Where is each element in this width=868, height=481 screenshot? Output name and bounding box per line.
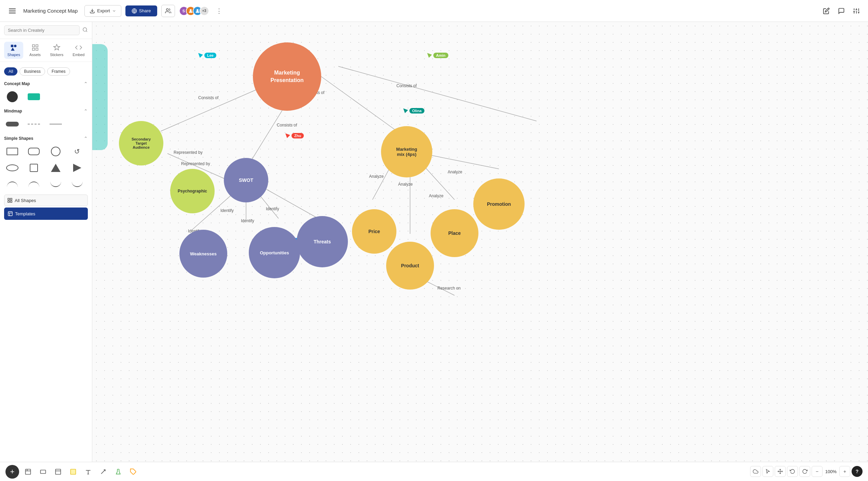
svg-point-4: [190, 9, 192, 11]
help-button[interactable]: ?: [852, 466, 863, 477]
svg-rect-21: [36, 45, 38, 47]
add-button[interactable]: +: [5, 465, 19, 479]
comment-icon-button[interactable]: [835, 5, 847, 17]
more-options-button[interactable]: ⋮: [213, 4, 225, 17]
node-price[interactable]: Price: [352, 209, 396, 254]
cursor-olina: Olina: [403, 108, 424, 113]
flask-tool[interactable]: [112, 466, 124, 478]
search-input[interactable]: [4, 25, 80, 35]
edge-label-identify-1: Identify: [220, 208, 234, 213]
zoom-out-button[interactable]: −: [812, 466, 823, 477]
note-tool[interactable]: [67, 466, 79, 478]
cursor-name-lee: Lee: [204, 53, 216, 58]
panel-tabs: Shapes Assets Stickers Embed: [0, 39, 92, 62]
cursor-zhu: Zhu: [285, 133, 304, 138]
cursor-icon: [765, 469, 771, 474]
export-button[interactable]: Export: [84, 5, 121, 17]
shape-undo[interactable]: ↺: [69, 145, 85, 158]
tag-tool[interactable]: [127, 466, 139, 478]
settings-icon-button[interactable]: [850, 5, 863, 17]
undo-icon: [790, 469, 795, 474]
shape-line-solid[interactable]: [48, 117, 64, 131]
node-swot[interactable]: SWOT: [224, 158, 268, 202]
shape-triangle[interactable]: [48, 161, 64, 175]
toggle-concept-map[interactable]: ⌃: [84, 81, 88, 86]
templates-button[interactable]: Templates: [4, 208, 88, 220]
shape-circle-filled[interactable]: [4, 90, 21, 104]
svg-line-60: [101, 470, 105, 474]
all-shapes-button[interactable]: All Shapes: [4, 195, 88, 206]
edge-label-analyze-1: Analyze: [369, 174, 384, 179]
sliders-icon: [853, 8, 860, 14]
cursor-select-button[interactable]: [762, 466, 773, 477]
tab-assets[interactable]: Assets: [26, 42, 44, 59]
edge-label-consists-3: Consists of: [396, 83, 417, 88]
shape-circle-outline[interactable]: [48, 145, 64, 158]
tab-shapes[interactable]: Shapes: [4, 42, 23, 59]
cloud-save-button[interactable]: [750, 466, 761, 477]
sticky-tool[interactable]: [52, 466, 64, 478]
cursor-triangle-olina: [403, 108, 408, 113]
node-place[interactable]: Place: [431, 209, 478, 257]
filter-frames[interactable]: Frames: [47, 67, 70, 76]
shape-arc-down[interactable]: [48, 177, 64, 191]
shape-rect-teal[interactable]: [26, 90, 42, 104]
node-secondary-target[interactable]: SecondaryTargetAudience: [119, 121, 163, 165]
shape-ellipse[interactable]: [4, 161, 21, 175]
cursor-triangle-lee: [198, 53, 203, 58]
rectangle-tool[interactable]: [37, 466, 49, 478]
undo-button[interactable]: [787, 466, 798, 477]
node-threats[interactable]: Threats: [297, 216, 348, 267]
frame-icon: [25, 468, 31, 475]
collab-button[interactable]: [161, 5, 175, 17]
shape-line-dash[interactable]: [26, 117, 42, 131]
shape-arc-up2[interactable]: [26, 177, 42, 191]
shape-rect-rounded[interactable]: [26, 145, 42, 158]
svg-rect-27: [10, 201, 12, 202]
move-button[interactable]: [775, 466, 786, 477]
node-marketing-presentation[interactable]: MarketingPresentation: [253, 42, 321, 111]
note-icon: [70, 468, 77, 475]
node-marketing-mix[interactable]: Marketingmix (4ps): [381, 126, 432, 177]
edit-icon-button[interactable]: [820, 5, 832, 17]
toggle-mindmap[interactable]: ⌃: [84, 108, 88, 114]
redo-icon: [802, 469, 808, 474]
menu-button[interactable]: [5, 4, 19, 18]
line-tool[interactable]: [97, 466, 109, 478]
grid-icon: [7, 198, 13, 203]
svg-point-15: [83, 28, 87, 31]
search-button[interactable]: [82, 27, 88, 34]
node-opportunities[interactable]: Opportunities: [249, 227, 300, 278]
edge-label-consists-4: Consists of: [277, 123, 297, 128]
tab-embed[interactable]: Embed: [69, 42, 88, 59]
share-button[interactable]: Share: [125, 5, 157, 16]
shape-arc-up[interactable]: [4, 177, 21, 191]
mindmap-shapes: [0, 115, 92, 133]
text-tool[interactable]: [82, 466, 94, 478]
flask-icon: [115, 468, 122, 475]
filter-all[interactable]: All: [4, 67, 17, 76]
svg-marker-47: [403, 108, 408, 113]
node-weaknesses[interactable]: Weaknesses: [179, 230, 227, 278]
canvas-area[interactable]: Consists of Consists of Consists of Cons…: [92, 22, 868, 462]
shape-rect-outline[interactable]: [4, 145, 21, 158]
shape-pill[interactable]: [4, 117, 21, 131]
filter-business[interactable]: Business: [19, 67, 45, 76]
frame-tool[interactable]: [22, 466, 34, 478]
node-product[interactable]: Product: [386, 242, 434, 290]
svg-point-18: [14, 45, 16, 47]
shape-arc-down2[interactable]: [69, 177, 85, 191]
node-psychographic[interactable]: Psychographic: [170, 169, 215, 213]
section-mindmap: Mindmap ⌃: [0, 106, 92, 115]
shape-right-triangle[interactable]: [69, 161, 85, 175]
document-title: Marketing Concept Map: [23, 8, 78, 14]
shape-square[interactable]: [26, 161, 42, 175]
svg-rect-56: [71, 469, 76, 474]
cursor-name-amin: Amin: [433, 53, 448, 58]
avatar-plus: +3: [200, 6, 209, 16]
node-promotion[interactable]: Promotion: [473, 178, 525, 230]
zoom-in-button[interactable]: +: [839, 466, 850, 477]
toggle-simple-shapes[interactable]: ⌃: [84, 136, 88, 141]
redo-button[interactable]: [799, 466, 810, 477]
tab-stickers[interactable]: Stickers: [47, 42, 67, 59]
